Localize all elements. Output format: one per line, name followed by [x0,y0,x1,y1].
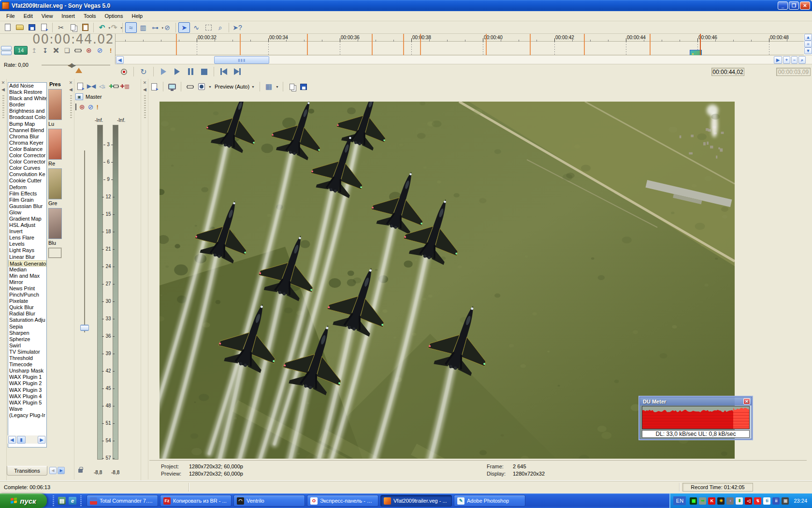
project-properties-icon[interactable] [38,22,50,33]
menu-help[interactable]: Help [127,12,147,20]
menu-tools[interactable]: Tools [79,12,101,20]
track-fx-icon[interactable] [73,46,82,55]
fx-list-item[interactable]: Radial Blur [8,311,46,317]
fx-preset-thumbnail[interactable] [48,129,62,160]
fx-list-item[interactable]: Pixelate [8,298,46,304]
external-monitor-icon[interactable] [167,82,177,91]
audio-tray-icon[interactable]: ◖ [726,497,734,505]
pause-button[interactable] [185,66,196,77]
lock-envelopes-icon[interactable]: ⊶ [149,22,161,33]
fx-list-item[interactable]: Chroma Keyer [8,140,46,146]
taskbar-task-filezilla[interactable]: FzКопировать из BR - ... [160,495,232,507]
fader-lock-icon[interactable] [78,469,83,473]
edit-step-right-icon[interactable]: ▶ [774,56,782,64]
menu-edit[interactable]: Edit [19,12,37,20]
rate-slider-track[interactable] [42,65,110,65]
preview-dock-grip[interactable]: ✕ ◀ [142,79,148,479]
plugins-dock-grip[interactable]: ✕ ◀ [0,79,7,480]
fx-list-item[interactable]: Border [8,102,46,108]
bus-icon[interactable]: ▣ [75,93,83,100]
daemon-tools-tray-icon[interactable]: ✳ [717,497,725,505]
fx-list-item[interactable]: Black Restore [8,89,46,95]
fx-list-item[interactable]: Min and Max [8,273,46,279]
insert-bus-icon[interactable]: ✚▥ [120,81,130,91]
mixer-dock-grip[interactable]: ✕ ◀ [68,79,74,479]
menu-file[interactable]: File [2,12,19,20]
fx-list-item[interactable]: WAX Plugin 4 [8,393,46,400]
fx-list-item[interactable]: Convolution Ke [8,171,46,178]
mixer-close-icon[interactable]: ✕ [68,80,73,86]
cursor-timecode-display[interactable]: 00:00:44.02 [14,32,114,45]
project-video-properties-icon[interactable] [149,82,159,91]
messenger-tray-icon[interactable]: ii [772,497,780,505]
auto-ripple-icon[interactable]: ▥ [137,22,149,33]
taskbar-task-opera[interactable]: OЭкспресс-панель - O... [307,495,378,507]
timeline-marker[interactable] [372,34,373,55]
fx-list-item[interactable]: Spherize [8,336,46,343]
fx-list-item[interactable]: WAX Plugin 1 [8,374,46,380]
play-from-start-button[interactable] [158,66,169,77]
duplicate-track-icon[interactable]: ❏ [63,46,72,55]
timeline-vertical-scrollbar[interactable]: ▲ ≡ ▼ [804,34,812,55]
fx-list-item[interactable]: Mirror [8,279,46,285]
start-button[interactable]: пуск [0,493,47,508]
fx-list-item[interactable]: Pinch/Punch [8,292,46,298]
overlay-grid-icon[interactable]: ▦ [264,82,274,91]
fx-preset-thumbnail[interactable] [48,208,62,239]
preview-pin-icon[interactable]: ◀ [142,87,147,92]
minimize-button[interactable]: _ [778,1,788,10]
menu-view[interactable]: View [37,12,58,20]
timeline-marker[interactable] [420,34,421,55]
delete-track-icon[interactable]: 🗙 [52,46,60,55]
fx-list-item[interactable]: Bump Map [8,121,46,127]
fx-preset-thumbnail[interactable] [48,89,62,120]
internet-explorer-icon[interactable]: e [69,497,76,505]
scrollbar-thumb[interactable]: ▮▮▮ [214,56,269,64]
fx-list-item[interactable]: Unsharp Mask [8,368,46,374]
position-timecode-field[interactable]: 00:00:44,02 [711,68,744,76]
language-indicator[interactable]: EN [673,496,686,505]
master-fader-track[interactable] [84,150,85,332]
sync-tray-icon[interactable]: ⬍ [736,497,743,505]
mixer-properties-icon[interactable] [75,81,85,91]
track-layout-button[interactable] [1,46,12,50]
scroll-left-icon[interactable]: ◀ [116,56,124,64]
fx-list-item[interactable]: Gaussian Blur [8,203,46,209]
fx-preset-item[interactable]: Blu [48,208,63,246]
selection-length-field[interactable]: 00:00:03,09 [776,68,811,76]
volume-tray-icon[interactable]: ◁ [745,497,752,505]
stop-button[interactable] [198,66,210,77]
fx-list-item[interactable]: Black and White [8,95,46,102]
transitions-tab[interactable]: Transitions [7,466,47,476]
du-meter-widget[interactable]: DU Meter ✕ DL: 33,0 kB/sec UL: 0,8 kB/se… [639,397,752,439]
show-desktop-icon[interactable]: ▤ [58,497,66,505]
rate-slider-handle[interactable]: ◀▶ [68,61,74,69]
new-project-icon[interactable] [2,22,14,33]
fx-scroll-left-icon[interactable]: ◀ [8,436,16,444]
go-to-start-button[interactable] [218,66,230,77]
fx-list-item[interactable]: Sepia [8,324,46,330]
fx-list-item[interactable]: Film Effects [8,191,46,197]
fx-list-item[interactable]: HSL Adjust [8,222,46,228]
fx-list-item[interactable]: Median [8,267,46,273]
tab-scroll-right-icon[interactable]: ▶ [58,467,65,474]
menu-options[interactable]: Options [101,12,128,20]
zoom-out-time-icon[interactable]: − [791,56,798,64]
kaspersky-tray-icon[interactable]: K [708,497,715,505]
pin-dock-icon[interactable]: ◀ [0,87,6,92]
traffic-inspector-tray-icon[interactable]: ti [763,497,770,505]
fx-preset-item[interactable] [48,248,63,259]
update-tray-icon[interactable]: ➥ [699,497,706,505]
insert-fx-icon[interactable]: ✚ [109,81,118,91]
fx-preset-item[interactable]: Lu [48,89,63,127]
fx-list-item[interactable]: Add Noise [8,83,46,89]
video-output-fx-icon[interactable] [185,82,195,91]
fx-list-item[interactable]: Channel Blend [8,127,46,134]
play-button[interactable] [171,66,183,77]
fx-list-item[interactable]: Timecode [8,361,46,368]
zoom-edit-tool-icon[interactable]: ⌕ [215,22,226,33]
downmix-output-icon[interactable]: ▶◀ [87,81,96,91]
fx-list-item[interactable]: Linear Blur [8,254,46,260]
taskbar-task-ventrilo[interactable]: ◠Ventrilo [233,495,305,507]
fx-list-item[interactable]: Swirl [8,343,46,349]
